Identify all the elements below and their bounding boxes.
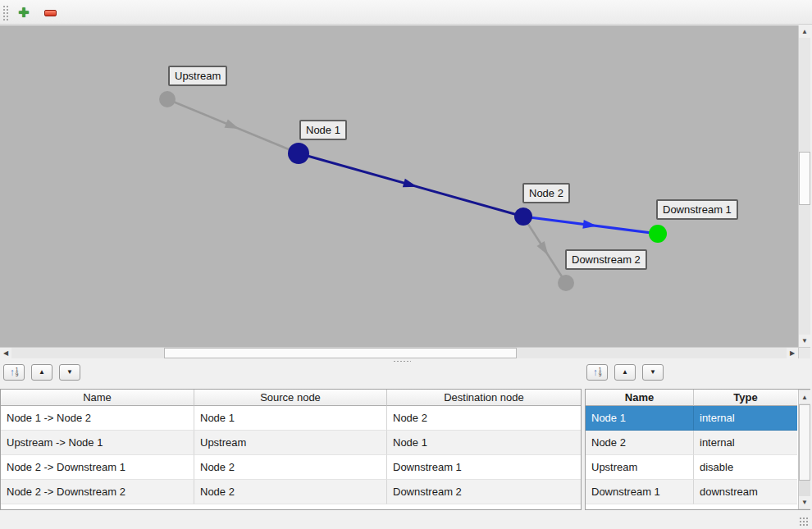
scroll-down-icon[interactable]: ▼ xyxy=(799,496,810,508)
graph-vertical-scrollbar[interactable]: ▲ ▼ xyxy=(798,25,810,347)
table-header-row: NameSource nodeDestination node xyxy=(1,390,581,406)
splitter-grip-icon[interactable] xyxy=(393,360,411,363)
column-header-destination-node[interactable]: Destination node xyxy=(387,390,581,406)
table-cell[interactable]: Downstream 2 xyxy=(387,480,581,504)
table-cell[interactable]: Node 2 xyxy=(387,406,581,431)
sort-button[interactable]: ↑ 1 9 xyxy=(3,364,25,381)
table-cell[interactable]: Downstream 1 xyxy=(586,480,694,504)
table-cell[interactable]: Node 1 xyxy=(387,431,581,455)
remove-button[interactable] xyxy=(40,3,60,22)
scroll-right-icon[interactable]: ▶ xyxy=(787,348,798,358)
graph-svg xyxy=(0,25,798,347)
table-row[interactable]: Node 2internal xyxy=(586,431,810,455)
node-label[interactable]: Node 1 xyxy=(299,120,347,140)
window-resize-grip[interactable] xyxy=(799,517,809,526)
move-up-button[interactable]: ▲ xyxy=(614,364,636,381)
graph-node[interactable] xyxy=(514,207,532,226)
toolbar-grip[interactable] xyxy=(2,5,9,21)
edges-table-toolbar: ↑ 1 9 ▲ ▼ xyxy=(3,364,80,381)
edge-arrow-icon xyxy=(403,179,418,191)
graph-node[interactable] xyxy=(649,225,667,243)
table-cell[interactable]: internal xyxy=(694,406,797,431)
edge-arrow-icon xyxy=(537,241,552,258)
table-cell[interactable]: Node 2 xyxy=(194,455,387,480)
horizontal-scroll-thumb[interactable] xyxy=(164,348,517,358)
table-cell[interactable]: Upstream xyxy=(194,431,387,455)
graph-canvas[interactable]: UpstreamNode 1Node 2Downstream 1Downstre… xyxy=(0,25,798,347)
minus-icon xyxy=(44,10,57,16)
move-down-button[interactable]: ▼ xyxy=(59,364,80,381)
table-row[interactable]: Node 2 -> Downstream 1Node 2Downstream 1 xyxy=(1,455,581,480)
up-arrow-icon: ▲ xyxy=(622,369,628,376)
graph-node[interactable] xyxy=(558,275,574,291)
scroll-up-icon[interactable]: ▲ xyxy=(799,390,810,404)
down-arrow-icon: ▼ xyxy=(66,369,73,376)
table-header-row: NameType xyxy=(586,390,810,406)
graph-horizontal-scrollbar[interactable]: ◀ ▶ xyxy=(0,347,798,358)
node-label[interactable]: Node 2 xyxy=(522,183,570,203)
column-header-name[interactable]: Name xyxy=(586,390,694,406)
table-scroll-thumb[interactable] xyxy=(799,404,810,481)
nodes-table-toolbar: ↑ 1 9 ▲ ▼ xyxy=(586,364,664,381)
table-cell[interactable]: disable xyxy=(694,455,797,480)
up-arrow-icon: ▲ xyxy=(39,369,45,376)
vertical-scroll-thumb[interactable] xyxy=(799,152,810,205)
table-empty-area xyxy=(586,504,810,509)
application-window: { "toolbar": { "add_tooltip": "add", "re… xyxy=(0,0,812,529)
nodes-table: NameTypeNode 1internalNode 2internalUpst… xyxy=(585,389,810,510)
table-cell[interactable]: Node 1 xyxy=(194,406,387,431)
table-cell[interactable]: internal xyxy=(694,431,797,455)
table-cell[interactable]: Upstream xyxy=(586,455,694,480)
table-cell[interactable]: Upstream -> Node 1 xyxy=(1,431,194,455)
node-label[interactable]: Upstream xyxy=(168,66,227,86)
edge-arrow-icon xyxy=(225,119,241,133)
table-cell[interactable]: Node 1 xyxy=(586,406,694,431)
table-row[interactable]: Upstreamdisable xyxy=(586,455,810,480)
table-row[interactable]: Downstream 1downstream xyxy=(586,480,810,504)
sort-button[interactable]: ↑ 1 9 xyxy=(586,364,608,381)
table-row[interactable]: Node 2 -> Downstream 2Node 2Downstream 2 xyxy=(1,480,581,504)
scroll-down-icon[interactable]: ▼ xyxy=(799,335,810,347)
sort-ascending-icon: ↑ 1 9 xyxy=(10,367,19,378)
table-cell[interactable]: Node 2 xyxy=(194,480,387,504)
sort-ascending-icon: ↑ 1 9 xyxy=(593,367,602,378)
table-empty-area xyxy=(1,504,581,509)
scroll-left-icon[interactable]: ◀ xyxy=(0,348,11,358)
move-down-button[interactable]: ▼ xyxy=(642,364,664,381)
nodes-table-scrollbar[interactable]: ▲ ▼ xyxy=(798,390,810,509)
move-up-button[interactable]: ▲ xyxy=(31,364,52,381)
main-toolbar: ✚ xyxy=(0,0,812,25)
table-cell[interactable]: Node 2 -> Downstream 2 xyxy=(1,480,194,504)
plus-icon: ✚ xyxy=(18,7,29,20)
table-row[interactable]: Node 1 -> Node 2Node 1Node 2 xyxy=(1,406,581,431)
table-cell[interactable]: Node 1 -> Node 2 xyxy=(1,406,194,431)
table-row[interactable]: Node 1internal xyxy=(586,406,810,431)
down-arrow-icon: ▼ xyxy=(650,369,656,376)
edges-table: NameSource nodeDestination nodeNode 1 ->… xyxy=(0,389,582,510)
pane-splitter[interactable] xyxy=(0,358,812,364)
node-label[interactable]: Downstream 1 xyxy=(656,199,738,220)
table-cell[interactable]: downstream xyxy=(694,480,797,504)
graph-node[interactable] xyxy=(288,143,309,164)
scroll-up-icon[interactable]: ▲ xyxy=(799,25,810,38)
column-header-name[interactable]: Name xyxy=(1,390,194,406)
table-row[interactable]: Upstream -> Node 1UpstreamNode 1 xyxy=(1,431,581,455)
add-button[interactable]: ✚ xyxy=(14,3,34,22)
table-cell[interactable]: Node 2 -> Downstream 1 xyxy=(1,455,194,480)
column-header-type[interactable]: Type xyxy=(694,390,797,406)
column-header-source-node[interactable]: Source node xyxy=(194,390,387,406)
node-label[interactable]: Downstream 2 xyxy=(565,249,647,270)
graph-node[interactable] xyxy=(159,91,176,107)
table-cell[interactable]: Node 2 xyxy=(586,431,694,455)
scrollbar-corner xyxy=(798,347,810,358)
table-cell[interactable]: Downstream 1 xyxy=(387,455,581,480)
